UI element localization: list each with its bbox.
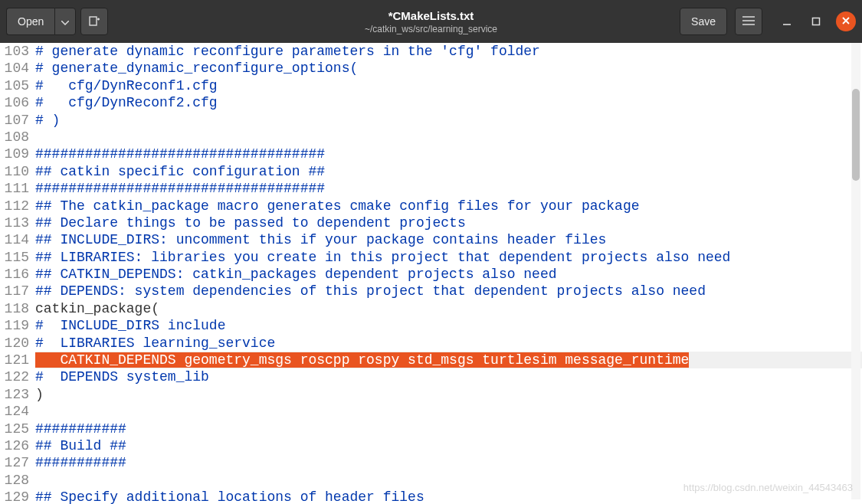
code-line: ################################### — [35, 180, 862, 197]
line-number: 104 — [0, 60, 29, 77]
plain-text: catkin_package( — [35, 301, 159, 316]
comment-text: ########### — [35, 455, 126, 470]
code-line — [35, 403, 862, 420]
code-line: ## Declare things to be passed to depend… — [35, 214, 862, 231]
comment-text: # ) — [35, 113, 60, 128]
code-line: ## The catkin_package macro generates cm… — [35, 198, 862, 214]
comment-text: ## catkin specific configuration ## — [35, 164, 325, 179]
maximize-button[interactable] — [807, 12, 825, 31]
comment-text: # DEPENDS system_lib — [35, 369, 209, 385]
line-number: 120 — [0, 335, 29, 352]
open-dropdown-button[interactable] — [54, 8, 76, 35]
line-number: 119 — [0, 317, 29, 334]
comment-text: # cfg/DynReconf1.cfg — [35, 78, 218, 93]
code-line: # LIBRARIES learning_service — [35, 335, 862, 352]
svg-rect-0 — [90, 17, 97, 25]
comment-text: ########### — [35, 421, 126, 437]
highlighted-text: CATKIN_DEPENDS geometry_msgs roscpp rosp… — [35, 352, 689, 368]
code-line: ## INCLUDE_DIRS: uncomment this if your … — [35, 231, 862, 248]
code-line: ################################### — [35, 146, 862, 162]
code-line: ## catkin specific configuration ## — [35, 163, 862, 180]
code-line: # DEPENDS system_lib — [35, 368, 862, 385]
line-number: 112 — [0, 198, 29, 214]
line-number: 122 — [0, 368, 29, 385]
code-line — [35, 129, 862, 146]
comment-text: # generate_dynamic_reconfigure_options( — [35, 61, 358, 76]
line-number: 118 — [0, 300, 29, 317]
open-button[interactable]: Open — [6, 8, 54, 35]
line-number: 129 — [0, 489, 29, 504]
line-number: 108 — [0, 129, 29, 146]
window-controls — [778, 11, 856, 31]
line-number: 123 — [0, 386, 29, 403]
comment-text: ## Specify additional locations of heade… — [35, 489, 424, 504]
titlebar-left: Open — [6, 8, 108, 35]
line-number: 109 — [0, 146, 29, 162]
line-number: 106 — [0, 94, 29, 111]
line-number: 107 — [0, 112, 29, 129]
comment-text: # generate dynamic reconfigure parameter… — [35, 44, 540, 59]
titlebar: Open *CMakeLists.txt ~/catkin_ws/src/lea… — [0, 0, 862, 43]
title-center: *CMakeLists.txt ~/catkin_ws/src/learning… — [365, 9, 497, 34]
code-line: ########### — [35, 421, 862, 437]
comment-text: ## Declare things to be passed to depend… — [35, 215, 466, 231]
code-line: ) — [35, 386, 862, 403]
line-number: 105 — [0, 77, 29, 94]
new-tab-button[interactable] — [80, 8, 108, 35]
code-area[interactable]: # generate dynamic reconfigure parameter… — [32, 43, 862, 504]
comment-text: ################################### — [35, 181, 325, 196]
line-number: 126 — [0, 437, 29, 454]
line-number: 111 — [0, 180, 29, 197]
scrollbar-thumb[interactable] — [852, 89, 860, 181]
comment-text: ## Build ## — [35, 438, 126, 453]
chevron-down-icon — [61, 15, 69, 28]
line-number: 124 — [0, 403, 29, 420]
plain-text: ) — [35, 387, 44, 402]
open-button-group: Open — [6, 8, 76, 35]
comment-text: ## The catkin_package macro generates cm… — [35, 198, 640, 214]
code-line: ## CATKIN_DEPENDS: catkin_packages depen… — [35, 266, 862, 283]
line-number: 114 — [0, 231, 29, 248]
code-line: # ) — [35, 112, 862, 129]
minimize-button[interactable] — [778, 12, 796, 31]
hamburger-icon — [742, 15, 755, 28]
comment-text: ## DEPENDS: system dependencies of this … — [35, 283, 706, 299]
line-number: 116 — [0, 266, 29, 283]
close-icon — [841, 15, 851, 28]
code-line: ## Build ## — [35, 437, 862, 454]
comment-text: # cfg/DynReconf2.cfg — [35, 95, 218, 110]
watermark: https://blog.csdn.net/weixin_44543463 — [683, 482, 853, 493]
code-line: # generate_dynamic_reconfigure_options( — [35, 60, 862, 77]
line-gutter: 1031041051061071081091101111121131141151… — [0, 43, 32, 504]
line-number: 121 — [0, 352, 29, 368]
code-line: ## DEPENDS: system dependencies of this … — [35, 283, 862, 299]
comment-text: ## CATKIN_DEPENDS: catkin_packages depen… — [35, 267, 557, 282]
code-line: catkin_package( — [35, 300, 862, 317]
comment-text: ## LIBRARIES: libraries you create in th… — [35, 250, 730, 265]
comment-text: # INCLUDE_DIRS include — [35, 318, 225, 333]
line-number: 115 — [0, 249, 29, 266]
hamburger-menu-button[interactable] — [735, 8, 762, 35]
line-number: 128 — [0, 472, 29, 489]
code-line: # generate dynamic reconfigure parameter… — [35, 43, 862, 60]
code-line: CATKIN_DEPENDS geometry_msgs roscpp rosp… — [35, 352, 862, 368]
code-line: # INCLUDE_DIRS include — [35, 317, 862, 334]
vertical-scrollbar[interactable] — [851, 43, 860, 499]
new-tab-icon — [88, 15, 100, 29]
line-number: 125 — [0, 421, 29, 437]
line-number: 127 — [0, 454, 29, 471]
code-line: # cfg/DynReconf1.cfg — [35, 77, 862, 94]
line-number: 117 — [0, 283, 29, 299]
line-number: 110 — [0, 163, 29, 180]
line-number: 103 — [0, 43, 29, 60]
window-title: *CMakeLists.txt — [365, 9, 497, 22]
line-number: 113 — [0, 214, 29, 231]
comment-text: # LIBRARIES learning_service — [35, 335, 275, 351]
comment-text: ## INCLUDE_DIRS: uncomment this if your … — [35, 232, 606, 247]
svg-rect-1 — [813, 18, 820, 25]
close-button[interactable] — [836, 11, 856, 31]
code-line: ## LIBRARIES: libraries you create in th… — [35, 249, 862, 266]
save-button[interactable]: Save — [680, 8, 727, 35]
code-line: ########### — [35, 454, 862, 471]
editor-area[interactable]: 1031041051061071081091101111121131141151… — [0, 43, 862, 504]
